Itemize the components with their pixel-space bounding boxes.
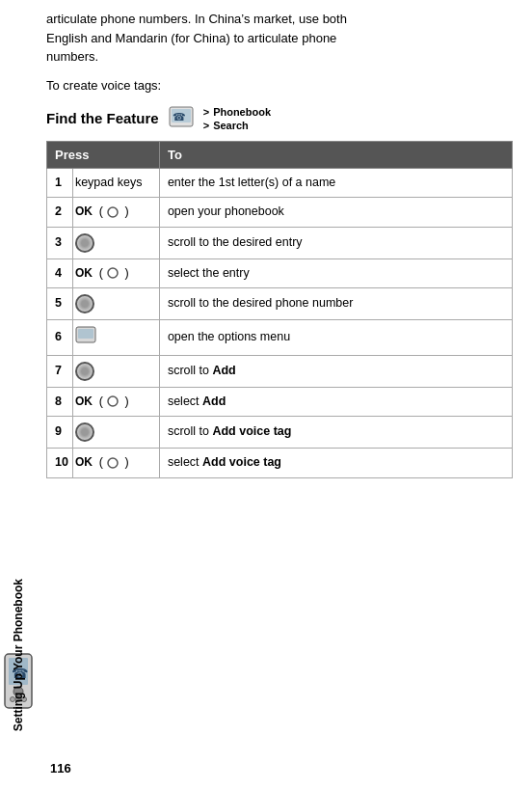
table-header-row: Press To	[47, 141, 513, 168]
nav-phonebook-label: Phonebook	[213, 106, 271, 118]
step-result-2: open your phonebook	[159, 198, 512, 228]
feature-header: Find the Feature ☎ > Phonebook > Search	[46, 106, 513, 131]
instruction-table: Press To 1 keypad keys enter the 1st let…	[46, 141, 513, 478]
svg-point-10	[108, 207, 118, 217]
scroll-icon-3	[75, 233, 94, 253]
step-action-6	[72, 320, 159, 356]
table-row: 4 OK ( ) select the entry	[47, 258, 513, 288]
header-press: Press	[47, 141, 160, 168]
nav-search-label: Search	[213, 120, 249, 131]
step-result-3: scroll to the desired entry	[159, 227, 512, 258]
scroll-icon-7	[75, 362, 94, 381]
intro-line1: articulate phone numbers. In China’s mar…	[46, 12, 347, 26]
feature-title: Find the Feature	[46, 110, 159, 126]
step-result-4: select the entry	[159, 258, 512, 288]
phone-icon-6	[75, 326, 96, 343]
step-action-7	[72, 355, 159, 387]
table-row: 8 OK ( ) select Add	[47, 387, 513, 417]
step-action-9	[72, 417, 159, 449]
main-content: articulate phone numbers. In China’s mar…	[37, 0, 532, 789]
step-action-2: OK ( )	[72, 198, 159, 228]
step-result-6: open the options menu	[159, 320, 512, 356]
step-num-10: 10	[47, 449, 73, 478]
step-num-8: 8	[47, 387, 73, 417]
step-action-10: OK ( )	[72, 449, 159, 478]
step-num-4: 4	[47, 258, 73, 288]
sidebar: ☎ Setting Up Your Phonebook	[0, 0, 37, 789]
table-row: 5 scroll to the desired phone number	[47, 288, 513, 320]
step-num-9: 9	[47, 417, 73, 449]
step-action-4: OK ( )	[72, 258, 159, 288]
step-num-7: 7	[47, 355, 73, 387]
feature-nav: > Phonebook > Search	[203, 106, 271, 131]
page-number: 116	[50, 761, 71, 775]
step-result-9: scroll to Add voice tag	[159, 417, 512, 449]
page-container: ☎ Setting Up Your Phonebook articulate p…	[0, 0, 532, 789]
step-result-1: enter the 1st letter(s) of a name	[159, 168, 512, 198]
intro-line3: numbers.	[46, 49, 98, 64]
table-row: 10 OK ( ) select Add voice tag	[47, 449, 513, 478]
step-num-6: 6	[47, 320, 73, 356]
svg-point-14	[108, 396, 118, 406]
step-action-1: keypad keys	[72, 168, 159, 198]
scroll-icon-9	[75, 422, 94, 442]
svg-rect-13	[78, 329, 93, 339]
nav-item-phonebook: > Phonebook	[203, 106, 271, 118]
step-num-5: 5	[47, 288, 73, 320]
step-action-8: OK ( )	[72, 387, 159, 417]
table-row: 2 OK ( ) open your phonebook	[47, 198, 513, 228]
table-row: 9 scroll to Add voice tag	[47, 417, 513, 449]
feature-phone-icon: ☎	[169, 106, 194, 130]
table-row: 6 open the options menu	[47, 320, 513, 356]
scroll-icon-5	[75, 294, 94, 313]
intro-line2: English and Mandarin (for China) to arti…	[46, 31, 336, 45]
svg-point-11	[108, 268, 118, 278]
table-row: 3 scroll to the desired entry	[47, 227, 513, 258]
step-result-7: scroll to Add	[159, 355, 512, 387]
table-row: 7 scroll to Add	[47, 355, 513, 387]
step-num-2: 2	[47, 198, 73, 228]
table-row: 1 keypad keys enter the 1st letter(s) of…	[47, 168, 513, 198]
step-action-3	[72, 227, 159, 258]
sidebar-label: Setting Up Your Phonebook	[12, 579, 25, 731]
step-num-1: 1	[47, 168, 73, 198]
step-num-3: 3	[47, 227, 73, 258]
nav-item-search: > Search	[203, 120, 249, 131]
create-text: To create voice tags:	[46, 78, 513, 93]
step-result-8: select Add	[159, 387, 512, 417]
svg-point-15	[108, 458, 118, 468]
step-result-5: scroll to the desired phone number	[159, 288, 512, 320]
step-action-5	[72, 288, 159, 320]
svg-text:☎: ☎	[173, 111, 186, 122]
header-to: To	[159, 141, 512, 168]
intro-text: articulate phone numbers. In China’s mar…	[46, 10, 513, 67]
step-result-10: select Add voice tag	[159, 449, 512, 478]
